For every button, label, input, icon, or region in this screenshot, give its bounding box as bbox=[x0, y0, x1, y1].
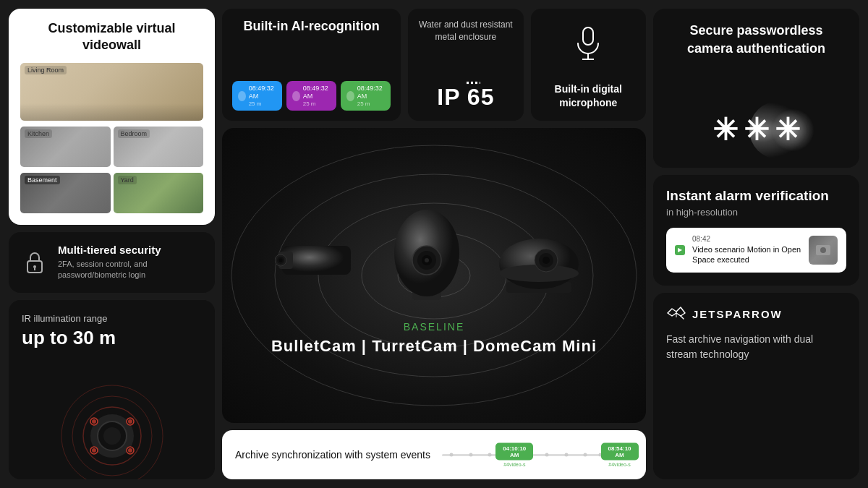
timeline-event-1: 04:10:10 AM #4video-s bbox=[495, 443, 533, 467]
svg-rect-17 bbox=[583, 27, 593, 45]
ai-badge-green-text: 08:49:32 AM 25 m bbox=[357, 85, 385, 107]
dome-cam bbox=[485, 224, 593, 299]
mic-title: Built-in digital microphone bbox=[541, 82, 636, 111]
timeline-dot-5 bbox=[564, 453, 568, 457]
room-label-living: Living Room bbox=[25, 66, 67, 74]
ip65-label: Water and dust resistant metal enclosure bbox=[418, 19, 513, 43]
jetsparrow-name: JETSPARROW bbox=[692, 308, 783, 320]
ir-camera-visual bbox=[54, 378, 170, 479]
main-grid: Customizable virtual videowall Living Ro… bbox=[0, 0, 868, 488]
left-column: Customizable virtual videowall Living Ro… bbox=[9, 9, 215, 479]
right-column: Secure passwordless camera authenticatio… bbox=[653, 9, 859, 479]
timeline-label-1: #4video-s bbox=[503, 462, 525, 467]
svg-point-43 bbox=[820, 247, 826, 253]
top-features: Built-in AI-recognition 08:49:32 AM 25 m… bbox=[222, 9, 646, 121]
jetsparrow-logo: JETSPARROW bbox=[666, 306, 846, 323]
ai-time-3: 08:49:32 AM bbox=[357, 85, 385, 100]
videowall-card: Customizable virtual videowall Living Ro… bbox=[9, 9, 215, 225]
ai-badge-purple-text: 08:49:32 AM 25 m bbox=[303, 85, 331, 107]
ir-range: up to 30 m bbox=[22, 327, 202, 349]
room-label-basement: Basement bbox=[25, 176, 60, 184]
svg-point-14 bbox=[128, 419, 132, 424]
room-label-kitchen: Kitchen bbox=[25, 129, 52, 138]
asterisk-1: ✳ bbox=[712, 112, 738, 147]
car-icon bbox=[346, 91, 354, 101]
ai-badge-blue-text: 08:49:32 AM 25 m bbox=[249, 85, 276, 107]
particle-effect bbox=[749, 101, 807, 159]
svg-point-29 bbox=[279, 259, 283, 262]
timeline-dot-2 bbox=[469, 453, 472, 457]
archive-bar: Archive synchronization with system even… bbox=[222, 430, 646, 479]
ai-badge-green: 08:49:32 AM 25 m bbox=[341, 81, 391, 111]
notif-icon: ▶ bbox=[675, 245, 685, 255]
room-label-bedroom: Bedroom bbox=[118, 129, 150, 138]
videowall-grid: Living Room Kitchen Bedroom Baseme bbox=[20, 63, 203, 213]
brand-name: BASELINE bbox=[404, 321, 464, 333]
room-yard: Yard bbox=[114, 173, 204, 213]
timeline-dot-3 bbox=[488, 453, 492, 457]
alarm-notification: ▶ 08:42 Video scenario Motion in Open Sp… bbox=[666, 228, 846, 273]
room-row3: Basement Yard bbox=[20, 173, 203, 213]
ir-card: IR illumination range up to 30 m bbox=[9, 300, 215, 479]
ai-time-1: 08:49:32 AM bbox=[249, 85, 276, 100]
room-row2: Kitchen Bedroom bbox=[20, 127, 203, 167]
bullet-cam bbox=[275, 231, 369, 292]
passwordless-visual: ✳ ✳ ✳ bbox=[712, 105, 800, 155]
svg-point-15 bbox=[92, 448, 96, 453]
ai-dist-3: 25 m bbox=[357, 100, 385, 107]
notif-time: 08:42 bbox=[692, 235, 801, 243]
svg-point-16 bbox=[128, 448, 132, 453]
svg-point-8 bbox=[103, 427, 121, 445]
cam-model-names: BulletCam | TurretCam | DomeCam Mini bbox=[271, 337, 597, 356]
ai-time-2: 08:49:32 AM bbox=[303, 85, 331, 100]
room-bedroom: Bedroom bbox=[114, 127, 204, 167]
mic-card: Built-in digital microphone bbox=[531, 9, 646, 121]
camera-trio bbox=[275, 195, 593, 307]
ai-badge-purple: 08:49:32 AM 25 m bbox=[286, 81, 336, 111]
person-icon bbox=[238, 91, 246, 101]
room-basement: Basement bbox=[20, 173, 111, 213]
timeline-event-2: 08:54:10 AM #4video-s bbox=[601, 443, 639, 467]
ai-badges: 08:49:32 AM 25 m 08:49:32 AM 25 m bbox=[232, 81, 391, 111]
svg-point-35 bbox=[425, 258, 429, 262]
archive-timeline: 04:10:10 AM #4video-s 08:54:10 AM #4vide… bbox=[442, 446, 633, 463]
timeline-line: 04:10:10 AM #4video-s 08:54:10 AM #4vide… bbox=[442, 454, 633, 456]
jetsparrow-description: Fast archive navigation with dual stream… bbox=[666, 332, 846, 362]
svg-point-13 bbox=[92, 419, 96, 424]
timeline-marker-2: 08:54:10 AM bbox=[601, 443, 639, 461]
timeline-label-2: #4video-s bbox=[608, 462, 630, 467]
brand-text: ASELINE bbox=[412, 321, 464, 333]
security-description: 2FA, session control, and password/biome… bbox=[58, 259, 202, 281]
security-text: Multi-tiered security 2FA, session contr… bbox=[58, 244, 202, 281]
ip65-badge: IP 65 bbox=[418, 84, 513, 111]
camera-display: BASELINE BulletCam | TurretCam | DomeCam… bbox=[222, 128, 646, 423]
svg-point-41 bbox=[542, 257, 550, 264]
notif-thumbnail bbox=[809, 236, 838, 265]
ai-title: Built-in AI-recognition bbox=[232, 19, 391, 34]
timeline-dot-6 bbox=[584, 453, 587, 457]
room-living: Living Room bbox=[20, 63, 203, 121]
passwordless-card: Secure passwordless camera authenticatio… bbox=[653, 9, 859, 168]
jetsparrow-card: JETSPARROW Fast archive navigation with … bbox=[653, 293, 859, 479]
archive-label: Archive synchronization with system even… bbox=[235, 449, 430, 461]
person-icon-2 bbox=[292, 91, 300, 101]
alarm-card: Instant alarm verification in high-resol… bbox=[653, 175, 859, 286]
notif-text: Video scenario Motion in Open Space exec… bbox=[692, 244, 801, 265]
microphone-icon bbox=[541, 26, 636, 62]
turret-cam bbox=[383, 195, 470, 307]
timeline-marker-1: 04:10:10 AM bbox=[495, 443, 533, 461]
ai-dist-2: 25 m bbox=[303, 100, 331, 107]
thumb-image bbox=[809, 236, 838, 265]
lock-icon bbox=[22, 249, 48, 275]
room-label-yard: Yard bbox=[118, 176, 137, 184]
passwordless-title: Secure passwordless camera authenticatio… bbox=[666, 22, 846, 58]
ai-dist-1: 25 m bbox=[249, 100, 276, 107]
ir-label: IR illumination range bbox=[22, 313, 202, 324]
security-title: Multi-tiered security bbox=[58, 244, 202, 256]
jetsparrow-icon bbox=[666, 306, 686, 323]
ai-badge-blue: 08:49:32 AM 25 m bbox=[232, 81, 282, 111]
timeline-dot-4 bbox=[545, 453, 549, 457]
security-card: Multi-tiered security 2FA, session contr… bbox=[9, 232, 215, 293]
svg-point-1 bbox=[33, 265, 36, 268]
alarm-subtitle: in high-resolution bbox=[666, 207, 846, 218]
